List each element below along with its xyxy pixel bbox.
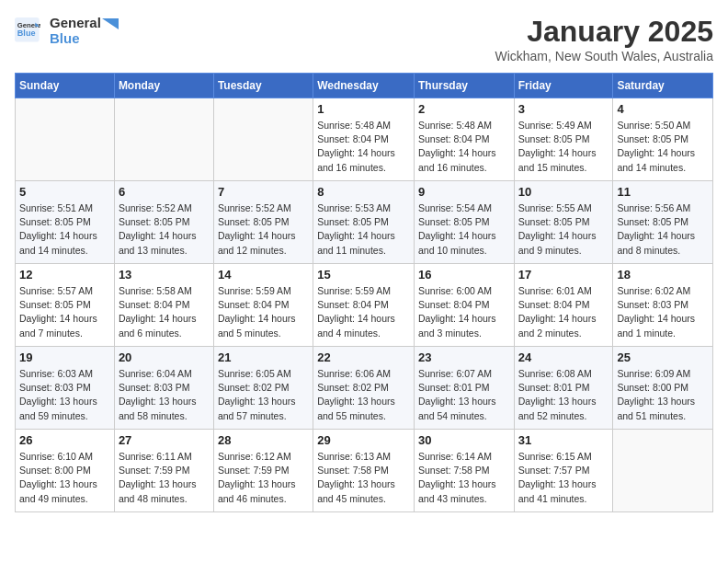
day-number: 25 <box>617 350 709 364</box>
day-number: 8 <box>317 185 410 199</box>
logo-blue: Blue <box>50 30 119 46</box>
title-block: January 2025 Wickham, New South Wales, A… <box>495 15 713 63</box>
weekday-header-saturday: Saturday <box>613 74 713 98</box>
day-info: Sunrise: 5:48 AM Sunset: 8:04 PM Dayligh… <box>418 119 510 175</box>
day-number: 20 <box>119 350 210 364</box>
weekday-header-sunday: Sunday <box>16 74 115 98</box>
day-number: 23 <box>418 350 510 364</box>
calendar-cell: 27Sunrise: 6:11 AM Sunset: 7:59 PM Dayli… <box>114 430 213 512</box>
day-number: 5 <box>19 185 110 199</box>
day-number: 16 <box>418 268 510 282</box>
logo-text: General <box>50 15 119 30</box>
day-number: 14 <box>218 268 309 282</box>
day-info: Sunrise: 5:51 AM Sunset: 8:05 PM Dayligh… <box>19 201 110 258</box>
calendar-cell: 23Sunrise: 6:07 AM Sunset: 8:01 PM Dayli… <box>414 347 514 430</box>
calendar-week-row: 26Sunrise: 6:10 AM Sunset: 8:00 PM Dayli… <box>16 430 713 512</box>
calendar-week-row: 5Sunrise: 5:51 AM Sunset: 8:05 PM Daylig… <box>16 181 713 264</box>
day-number: 19 <box>19 350 110 364</box>
day-info: Sunrise: 5:59 AM Sunset: 8:04 PM Dayligh… <box>317 284 410 340</box>
calendar-cell: 4Sunrise: 5:50 AM Sunset: 8:05 PM Daylig… <box>613 98 713 181</box>
calendar-week-row: 12Sunrise: 5:57 AM Sunset: 8:05 PM Dayli… <box>16 264 713 347</box>
weekday-header-friday: Friday <box>514 74 613 98</box>
day-number: 1 <box>317 102 410 116</box>
weekday-header-monday: Monday <box>114 74 213 98</box>
day-number: 18 <box>617 268 709 282</box>
calendar-cell: 17Sunrise: 6:01 AM Sunset: 8:04 PM Dayli… <box>514 264 613 347</box>
day-info: Sunrise: 5:50 AM Sunset: 8:05 PM Dayligh… <box>617 119 709 175</box>
weekday-header-wednesday: Wednesday <box>313 74 415 98</box>
day-number: 28 <box>218 433 309 447</box>
calendar-cell: 28Sunrise: 6:12 AM Sunset: 7:59 PM Dayli… <box>213 430 313 512</box>
day-number: 10 <box>518 185 609 199</box>
day-number: 22 <box>317 350 410 364</box>
day-info: Sunrise: 6:13 AM Sunset: 7:58 PM Dayligh… <box>317 450 410 506</box>
day-info: Sunrise: 6:04 AM Sunset: 8:03 PM Dayligh… <box>119 367 210 423</box>
calendar-cell: 8Sunrise: 5:53 AM Sunset: 8:05 PM Daylig… <box>313 181 415 264</box>
day-number: 29 <box>317 433 410 447</box>
day-info: Sunrise: 6:12 AM Sunset: 7:59 PM Dayligh… <box>218 450 309 506</box>
calendar-cell: 2Sunrise: 5:48 AM Sunset: 8:04 PM Daylig… <box>414 98 514 181</box>
calendar-cell: 9Sunrise: 5:54 AM Sunset: 8:05 PM Daylig… <box>414 181 514 264</box>
calendar-cell: 29Sunrise: 6:13 AM Sunset: 7:58 PM Dayli… <box>313 430 415 512</box>
day-info: Sunrise: 5:55 AM Sunset: 8:05 PM Dayligh… <box>518 201 609 258</box>
day-number: 27 <box>119 433 210 447</box>
calendar-cell: 22Sunrise: 6:06 AM Sunset: 8:02 PM Dayli… <box>313 347 415 430</box>
calendar-cell: 31Sunrise: 6:15 AM Sunset: 7:57 PM Dayli… <box>514 430 613 512</box>
day-info: Sunrise: 6:11 AM Sunset: 7:59 PM Dayligh… <box>119 450 210 506</box>
day-info: Sunrise: 5:56 AM Sunset: 8:05 PM Dayligh… <box>617 201 709 258</box>
month-title: January 2025 <box>495 15 713 49</box>
day-number: 15 <box>317 268 410 282</box>
day-number: 9 <box>418 185 510 199</box>
day-info: Sunrise: 6:00 AM Sunset: 8:04 PM Dayligh… <box>418 284 510 340</box>
day-number: 31 <box>518 433 609 447</box>
location: Wickham, New South Wales, Australia <box>495 49 713 63</box>
calendar-cell <box>16 98 115 181</box>
calendar-cell: 14Sunrise: 5:59 AM Sunset: 8:04 PM Dayli… <box>213 264 313 347</box>
day-number: 26 <box>19 433 110 447</box>
calendar-cell: 10Sunrise: 5:55 AM Sunset: 8:05 PM Dayli… <box>514 181 613 264</box>
day-info: Sunrise: 5:57 AM Sunset: 8:05 PM Dayligh… <box>19 284 110 340</box>
day-number: 24 <box>518 350 609 364</box>
calendar-cell: 24Sunrise: 6:08 AM Sunset: 8:01 PM Dayli… <box>514 347 613 430</box>
calendar-cell: 1Sunrise: 5:48 AM Sunset: 8:04 PM Daylig… <box>313 98 415 181</box>
calendar-cell: 15Sunrise: 5:59 AM Sunset: 8:04 PM Dayli… <box>313 264 415 347</box>
day-info: Sunrise: 6:02 AM Sunset: 8:03 PM Dayligh… <box>617 284 709 340</box>
calendar-cell <box>114 98 213 181</box>
calendar-cell: 18Sunrise: 6:02 AM Sunset: 8:03 PM Dayli… <box>613 264 713 347</box>
day-info: Sunrise: 5:48 AM Sunset: 8:04 PM Dayligh… <box>317 119 410 175</box>
weekday-header-tuesday: Tuesday <box>213 74 313 98</box>
calendar-week-row: 19Sunrise: 6:03 AM Sunset: 8:03 PM Dayli… <box>16 347 713 430</box>
day-number: 6 <box>119 185 210 199</box>
page-header: General Blue General Blue January 2025 W… <box>15 15 713 63</box>
calendar-cell: 25Sunrise: 6:09 AM Sunset: 8:00 PM Dayli… <box>613 347 713 430</box>
day-info: Sunrise: 5:52 AM Sunset: 8:05 PM Dayligh… <box>218 201 309 258</box>
day-info: Sunrise: 6:03 AM Sunset: 8:03 PM Dayligh… <box>19 367 110 423</box>
day-info: Sunrise: 6:10 AM Sunset: 8:00 PM Dayligh… <box>19 450 110 506</box>
calendar-cell: 7Sunrise: 5:52 AM Sunset: 8:05 PM Daylig… <box>213 181 313 264</box>
calendar-cell: 13Sunrise: 5:58 AM Sunset: 8:04 PM Dayli… <box>114 264 213 347</box>
day-number: 12 <box>19 268 110 282</box>
day-info: Sunrise: 5:59 AM Sunset: 8:04 PM Dayligh… <box>218 284 309 340</box>
day-number: 13 <box>119 268 210 282</box>
day-info: Sunrise: 6:15 AM Sunset: 7:57 PM Dayligh… <box>518 450 609 506</box>
calendar-table: SundayMondayTuesdayWednesdayThursdayFrid… <box>15 73 713 512</box>
calendar-cell: 6Sunrise: 5:52 AM Sunset: 8:05 PM Daylig… <box>114 181 213 264</box>
day-info: Sunrise: 6:09 AM Sunset: 8:00 PM Dayligh… <box>617 367 709 423</box>
day-number: 2 <box>418 102 510 116</box>
day-info: Sunrise: 6:14 AM Sunset: 7:58 PM Dayligh… <box>418 450 510 506</box>
calendar-cell: 30Sunrise: 6:14 AM Sunset: 7:58 PM Dayli… <box>414 430 514 512</box>
day-number: 17 <box>518 268 609 282</box>
day-info: Sunrise: 5:53 AM Sunset: 8:05 PM Dayligh… <box>317 201 410 258</box>
logo: General Blue General Blue <box>15 15 119 46</box>
calendar-cell <box>213 98 313 181</box>
day-number: 3 <box>518 102 609 116</box>
day-number: 11 <box>617 185 709 199</box>
day-number: 21 <box>218 350 309 364</box>
day-info: Sunrise: 6:06 AM Sunset: 8:02 PM Dayligh… <box>317 367 410 423</box>
day-info: Sunrise: 5:49 AM Sunset: 8:05 PM Dayligh… <box>518 119 609 175</box>
calendar-cell: 16Sunrise: 6:00 AM Sunset: 8:04 PM Dayli… <box>414 264 514 347</box>
day-number: 4 <box>617 102 709 116</box>
calendar-cell: 11Sunrise: 5:56 AM Sunset: 8:05 PM Dayli… <box>613 181 713 264</box>
day-info: Sunrise: 5:58 AM Sunset: 8:04 PM Dayligh… <box>119 284 210 340</box>
calendar-cell <box>613 430 713 512</box>
